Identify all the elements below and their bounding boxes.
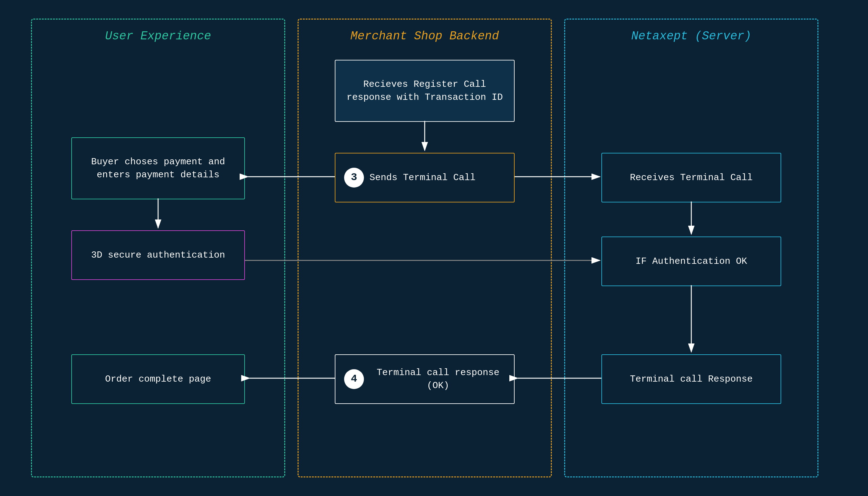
lane-merchant: Merchant Shop Backend Recieves Register … bbox=[298, 19, 552, 477]
box-receives-terminal: Receives Terminal Call bbox=[601, 153, 781, 202]
box-register-response: Recieves Register Call response with Tra… bbox=[335, 60, 515, 122]
box-sends-terminal: 3 Sends Terminal Call bbox=[335, 153, 515, 202]
step-4-circle: 4 bbox=[344, 369, 364, 389]
box-terminal-response-server: Terminal call Response bbox=[601, 354, 781, 404]
lane-ux-title: User Experience bbox=[105, 29, 211, 43]
lane-merchant-title: Merchant Shop Backend bbox=[351, 29, 499, 43]
lane-netaxept-title: Netaxept (Server) bbox=[631, 29, 751, 43]
box-terminal-response-merchant: 4 Terminal call response (OK) bbox=[335, 354, 515, 404]
box-3d-secure: 3D secure authentication bbox=[71, 230, 245, 280]
box-if-auth: IF Authentication OK bbox=[601, 236, 781, 286]
lane-user-experience: User Experience Buyer choses payment and… bbox=[31, 19, 285, 477]
box-buyer-choses: Buyer choses payment and enters payment … bbox=[71, 137, 245, 199]
diagram-container: User Experience Buyer choses payment and… bbox=[31, 19, 837, 477]
box-order-complete: Order complete page bbox=[71, 354, 245, 404]
lane-netaxept: Netaxept (Server) Receives Terminal Call… bbox=[564, 19, 818, 477]
step-3-circle: 3 bbox=[344, 168, 364, 188]
